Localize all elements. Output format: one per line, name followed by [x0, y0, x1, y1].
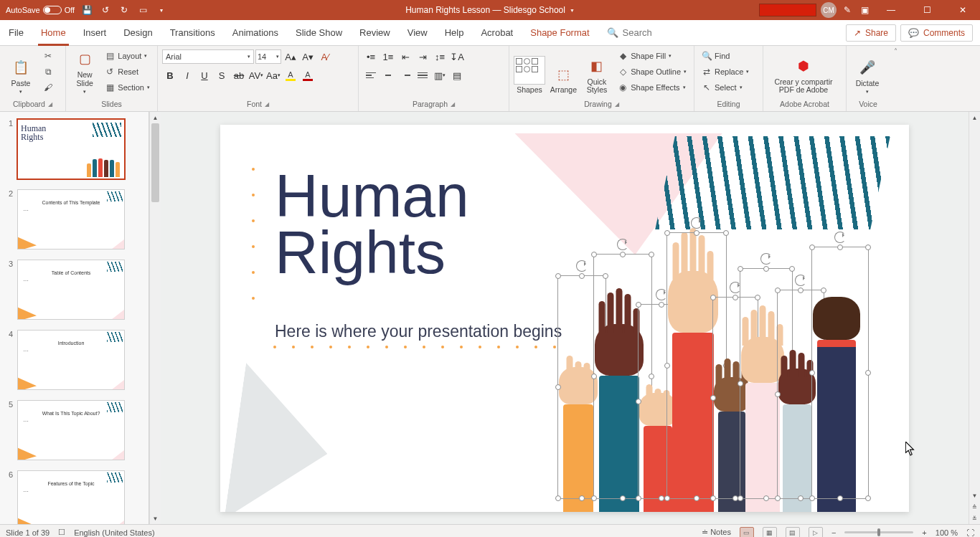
select-button[interactable]: ↖Select▾	[699, 80, 752, 95]
dialog-launcher-icon[interactable]: ◢	[265, 101, 269, 108]
canvas-scrollbar[interactable]: ▲ ▼ ≙ ≚	[969, 112, 980, 524]
slide-counter[interactable]: Slide 1 of 39	[6, 528, 50, 537]
scroll-down-icon[interactable]: ▼	[150, 513, 161, 524]
replace-button[interactable]: ⇄Replace▾	[699, 65, 752, 79]
tab-shape-format[interactable]: Shape Format	[522, 20, 598, 45]
tab-help[interactable]: Help	[436, 20, 473, 45]
dialog-launcher-icon[interactable]: ◢	[48, 101, 52, 108]
font-size-combo[interactable]: 14▾	[255, 49, 281, 64]
line-spacing-button[interactable]: ↕≡	[432, 49, 448, 65]
shape-effects-button[interactable]: ◉Shape Effects▾	[615, 80, 689, 95]
thumbnail-panel[interactable]: 1HumanRights2Contents of This Template▪ …	[0, 112, 149, 524]
dialog-launcher-icon[interactable]: ◢	[451, 101, 455, 108]
align-center-button[interactable]	[380, 67, 396, 83]
ribbon-options-icon[interactable]: ▣	[858, 4, 871, 16]
tab-review[interactable]: Review	[351, 20, 399, 45]
arrange-button[interactable]: ⬚Arrange	[548, 49, 579, 95]
zoom-level[interactable]: 100 %	[936, 528, 958, 537]
tab-design[interactable]: Design	[115, 20, 161, 45]
layout-button[interactable]: ▤Layout▾	[102, 49, 153, 63]
tab-view[interactable]: View	[399, 20, 436, 45]
increase-indent-button[interactable]: ⇥	[415, 49, 430, 65]
bold-button[interactable]: B	[162, 67, 178, 83]
change-case-button[interactable]: Aa▾	[265, 67, 281, 83]
font-name-combo[interactable]: Arial▾	[162, 49, 254, 64]
rotate-handle-icon[interactable]	[760, 253, 772, 265]
tab-animations[interactable]: Animations	[224, 20, 287, 45]
slide-subtitle[interactable]: Here is where your presentation begins	[275, 322, 562, 341]
hand-shape[interactable]	[644, 393, 672, 512]
hand-shape[interactable]	[783, 369, 811, 512]
slide-canvas[interactable]: Human Rights Here is where your presenta…	[161, 112, 969, 524]
rotate-handle-icon[interactable]	[834, 232, 846, 243]
avatar[interactable]: CM	[821, 2, 837, 18]
copy-button[interactable]: ⧉	[40, 65, 56, 79]
quick-styles-button[interactable]: ◧Quick Styles	[582, 49, 613, 95]
hand-shape[interactable]	[672, 271, 714, 512]
autosave-toggle[interactable]: AutoSave Off	[6, 6, 75, 14]
grow-font-button[interactable]: A▴	[283, 49, 298, 65]
shrink-font-button[interactable]: A▾	[300, 49, 316, 65]
columns-button[interactable]: ▥▾	[432, 67, 448, 83]
notes-button[interactable]: ≐ Notes	[702, 528, 731, 537]
shadow-button[interactable]: S	[214, 67, 230, 83]
accessibility-icon[interactable]: ☐	[58, 528, 65, 537]
char-spacing-button[interactable]: AV▾	[248, 67, 264, 83]
tab-slideshow[interactable]: Slide Show	[287, 20, 351, 45]
maximize-button[interactable]: ☐	[911, 0, 943, 20]
highlight-button[interactable]: A	[283, 67, 298, 83]
redo-icon[interactable]: ↻	[118, 4, 131, 16]
bullets-button[interactable]: •≡	[363, 49, 379, 65]
text-direction-button[interactable]: ↧A	[449, 49, 465, 65]
fit-to-window-button[interactable]: ⛶	[966, 528, 974, 537]
reset-button[interactable]: ↺Reset	[102, 65, 153, 79]
numbering-button[interactable]: 1≡	[380, 49, 396, 65]
slide[interactable]: Human Rights Here is where your presenta…	[220, 125, 909, 512]
rotate-handle-icon[interactable]	[576, 260, 588, 272]
prev-slide-icon[interactable]: ≙	[969, 501, 980, 513]
shape-fill-button[interactable]: ◆Shape Fill▾	[615, 49, 689, 63]
tab-transitions[interactable]: Transitions	[161, 20, 224, 45]
slide-thumbnail[interactable]: Introduction▪ ▪ ▪	[17, 330, 125, 390]
underline-button[interactable]: U	[197, 67, 212, 83]
hand-shape[interactable]	[718, 377, 745, 512]
align-right-button[interactable]	[397, 67, 413, 83]
sorter-view-button[interactable]: ▦	[763, 527, 777, 538]
find-button[interactable]: 🔍Find	[699, 49, 752, 63]
account-name-area[interactable]	[759, 4, 816, 16]
zoom-in-button[interactable]: +	[922, 528, 926, 537]
tab-file[interactable]: File	[0, 20, 32, 45]
collapse-ribbon-button[interactable]: ˄	[890, 46, 901, 111]
slide-thumbnail[interactable]: Table of Contents▪ ▪ ▪	[17, 260, 125, 320]
pen-icon[interactable]: ✎	[841, 4, 854, 16]
hand-shape[interactable]	[745, 337, 780, 512]
slide-thumbnail[interactable]: What Is This Topic About?▪ ▪ ▪	[17, 400, 125, 460]
dictate-button[interactable]: 🎤Dictate▾	[851, 49, 884, 95]
document-title[interactable]: Human Rights Lesson — Slidesgo School ▼	[405, 5, 575, 15]
align-justify-button[interactable]	[415, 67, 430, 83]
hand-shape[interactable]	[817, 297, 856, 512]
section-button[interactable]: ▦Section▾	[102, 80, 153, 95]
slideshow-view-button[interactable]: ▷	[809, 527, 823, 538]
from-beginning-icon[interactable]: ▭	[136, 4, 149, 16]
tab-acrobat[interactable]: Acrobat	[472, 20, 522, 45]
shape-outline-button[interactable]: ◇Shape Outline▾	[615, 65, 689, 79]
dialog-launcher-icon[interactable]: ◢	[615, 101, 619, 108]
minimize-button[interactable]: ―	[875, 0, 907, 20]
font-color-button[interactable]: A	[300, 67, 316, 83]
reading-view-button[interactable]: ▤	[786, 527, 800, 538]
tab-insert[interactable]: Insert	[75, 20, 116, 45]
rotate-handle-icon[interactable]	[656, 289, 667, 300]
save-icon[interactable]: 💾	[80, 4, 93, 16]
decrease-indent-button[interactable]: ⇤	[397, 49, 413, 65]
slide-thumbnail[interactable]: Contents of This Template▪ ▪ ▪	[17, 189, 125, 250]
zoom-out-button[interactable]: −	[831, 528, 836, 537]
shapes-button[interactable]: Shapes	[514, 49, 545, 95]
smartart-button[interactable]: ▤	[449, 67, 465, 83]
slide-thumbnail[interactable]: Features of the Topic▪ ▪ ▪	[17, 470, 125, 524]
thumbnail-scrollbar[interactable]: ▲ ▼	[149, 112, 161, 524]
next-slide-icon[interactable]: ≚	[969, 513, 980, 524]
italic-button[interactable]: I	[179, 67, 195, 83]
adobe-pdf-button[interactable]: ⬢Crear y compartir PDF de Adobe	[768, 49, 839, 95]
new-slide-button[interactable]: ▢New Slide▾	[70, 49, 99, 95]
